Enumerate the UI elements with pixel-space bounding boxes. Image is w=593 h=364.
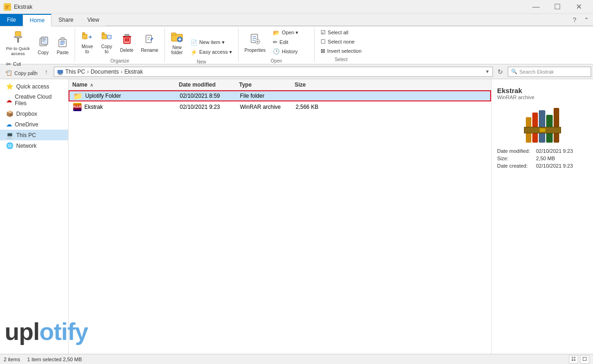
new-folder-label: Newfolder — [171, 45, 183, 55]
path-documents[interactable]: Documents — [91, 69, 119, 75]
ribbon-collapse[interactable]: ⌃ — [580, 14, 593, 26]
view-details-button[interactable]: ☷ — [569, 355, 578, 364]
sidebar-item-dropbox[interactable]: 📦 Dropbox — [0, 108, 68, 119]
meta-date-created: Date created: 02/10/2021 9:23 — [497, 163, 587, 169]
invert-icon: ⊠ — [321, 48, 325, 54]
path-this-pc[interactable]: This PC — [65, 69, 85, 75]
svg-rect-11 — [42, 41, 45, 41]
back-button[interactable]: ← — [2, 66, 13, 77]
maximize-button[interactable]: ☐ — [547, 0, 568, 14]
copy-label: Copy — [38, 50, 49, 55]
paste-icon — [57, 36, 68, 49]
new-folder-button[interactable]: Newfolder — [168, 28, 186, 57]
table-row[interactable]: 📁 Uplotify Folder 02/10/2021 8:59 File f… — [69, 90, 491, 101]
paste-button[interactable]: Paste — [53, 32, 72, 59]
address-path[interactable]: This PC › Documents › Ekstrak ▼ — [54, 67, 493, 77]
properties-button[interactable]: Properties — [241, 30, 269, 56]
tab-view[interactable]: View — [80, 14, 106, 26]
copy-to-button[interactable]: Copyto — [97, 28, 116, 56]
svg-rect-15 — [60, 43, 65, 44]
sidebar-creative-cloud-label: Creative Cloud Files — [15, 94, 64, 107]
tab-file[interactable]: File — [0, 14, 23, 26]
recent-locations-button[interactable]: ▼ — [28, 66, 39, 77]
onedrive-icon: ☁ — [6, 121, 12, 128]
select-all-button[interactable]: ☑ Select all — [317, 28, 359, 37]
invert-selection-button[interactable]: ⊠ Invert selection — [317, 47, 365, 55]
file-date-ekstrak: 02/10/2021 9:23 — [180, 104, 240, 110]
table-row[interactable]: RAR Ekstrak 02/10/2021 9:23 WinRAR archi… — [69, 101, 491, 113]
window-title: Ekstrak — [14, 4, 32, 10]
file-date-uplotify: 02/10/2021 8:59 — [180, 93, 240, 99]
tab-home[interactable]: Home — [23, 14, 51, 26]
open-label: Open ▾ — [282, 30, 298, 36]
invert-label: Invert selection — [327, 48, 361, 54]
search-bar[interactable]: 🔍 Search Ekstrak — [508, 67, 591, 77]
new-buttons: Newfolder 📄 New item ▾ ⚡ Easy access ▾ — [168, 28, 235, 58]
sidebar-item-this-pc[interactable]: 💻 This PC — [0, 130, 68, 140]
forward-button[interactable]: → — [15, 66, 26, 77]
delete-icon — [122, 33, 132, 47]
move-to-button[interactable]: Moveto — [78, 28, 96, 56]
meta-date-modified: Date modified: 02/10/2021 9:23 — [497, 148, 587, 154]
window-icon — [4, 3, 11, 11]
open-dropdown-button[interactable]: 📂 Open ▾ — [270, 28, 311, 37]
edit-button[interactable]: ✏ Edit — [270, 38, 311, 46]
edit-icon: ✏ — [273, 39, 278, 45]
file-size-ekstrak: 2,566 KB — [296, 104, 333, 110]
history-button[interactable]: 🕑 History — [270, 47, 311, 56]
tab-share[interactable]: Share — [51, 14, 80, 26]
history-icon: 🕑 — [273, 49, 280, 54]
preview-title: Ekstrak — [497, 87, 587, 94]
select-none-button[interactable]: ☐ Select none — [317, 38, 359, 46]
pin-to-quick-access-button[interactable]: Pin to Quickaccess — [3, 28, 33, 59]
rename-button[interactable]: Rename — [138, 30, 162, 56]
path-pc-icon — [57, 69, 63, 75]
svg-rect-18 — [82, 32, 85, 34]
delete-label: Delete — [120, 48, 133, 53]
history-label: History — [282, 49, 297, 54]
select-all-icon: ☑ — [321, 30, 326, 35]
new-label: New — [168, 58, 235, 65]
ribbon-help[interactable]: ? — [569, 14, 580, 26]
meta-size: Size: 2,50 MB — [497, 156, 587, 161]
search-icon: 🔍 — [511, 69, 517, 75]
svg-rect-43 — [57, 70, 63, 74]
col-header-type[interactable]: Type — [239, 82, 295, 88]
title-bar-left: Ekstrak — [4, 3, 32, 11]
open-label: Open — [241, 57, 312, 64]
winrar-icon: RAR — [73, 103, 82, 111]
sidebar-item-onedrive[interactable]: ☁ OneDrive — [0, 119, 68, 130]
select-buttons: ☑ Select all ☐ Select none ⊠ Invert sele… — [317, 28, 365, 56]
delete-button[interactable]: Delete — [117, 30, 137, 56]
sidebar-item-quick-access[interactable]: ⭐ Quick access — [0, 81, 68, 92]
refresh-button[interactable]: ↻ — [495, 66, 506, 77]
path-dropdown-icon: ▼ — [485, 69, 490, 74]
ribbon-group-clipboard: Pin to Quickaccess Copy — [0, 28, 75, 62]
copy-button[interactable]: Copy — [34, 32, 52, 59]
file-name-uplotify: 📁 Uplotify Folder — [73, 92, 180, 100]
ribbon-tabs: File Home Share View ? ⌃ — [0, 14, 593, 26]
sidebar-quick-access-label: Quick access — [16, 83, 49, 90]
title-bar-controls: — ☐ ✕ — [525, 0, 589, 14]
svg-rect-10 — [42, 39, 46, 40]
sidebar-item-creative-cloud[interactable]: ☁ Creative Cloud Files — [0, 92, 68, 108]
col-header-size[interactable]: Size — [295, 82, 332, 88]
up-button[interactable]: ↑ — [41, 66, 52, 77]
view-tiles-button[interactable]: ☐ — [580, 355, 589, 364]
path-ekstrak[interactable]: Ekstrak — [124, 69, 143, 75]
sidebar-item-network[interactable]: 🌐 Network — [0, 140, 68, 151]
clipboard-buttons: Pin to Quickaccess Copy — [3, 28, 72, 60]
folder-icon: 📁 — [73, 92, 82, 100]
sort-arrow: ∧ — [90, 82, 93, 88]
copy-to-icon — [101, 31, 112, 43]
svg-rect-13 — [61, 38, 64, 40]
col-header-name[interactable]: Name ∧ — [72, 82, 179, 88]
new-item-button[interactable]: 📄 New item ▾ — [187, 38, 235, 47]
open-icon: 📂 — [273, 30, 280, 36]
col-header-date[interactable]: Date modified — [179, 82, 239, 88]
creative-cloud-icon: ☁ — [6, 97, 12, 104]
easy-access-button[interactable]: ⚡ Easy access ▾ — [187, 48, 235, 56]
close-button[interactable]: ✕ — [568, 0, 589, 14]
minimize-button[interactable]: — — [525, 0, 547, 14]
address-bar: ← → ▼ ↑ This PC › Documents › Ekstrak ▼ … — [0, 64, 593, 79]
